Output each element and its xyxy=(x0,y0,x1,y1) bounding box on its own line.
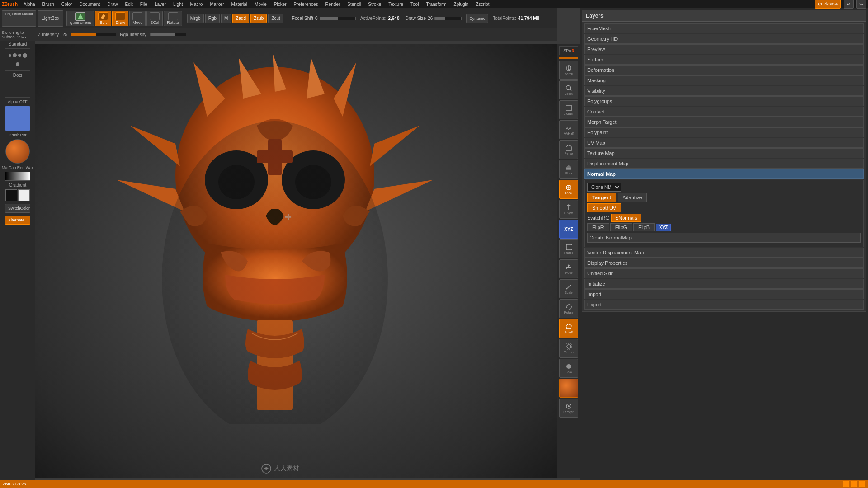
zoom-button[interactable]: Zoom xyxy=(559,80,578,99)
move-button[interactable]: Move xyxy=(129,11,146,26)
alpha-selector[interactable] xyxy=(5,80,30,98)
layer-displacement-map[interactable]: Displacement Map xyxy=(584,159,864,169)
foreground-color[interactable] xyxy=(5,189,17,201)
layers-header[interactable]: Layers xyxy=(582,10,866,22)
flipr-button[interactable]: FlipR xyxy=(587,223,609,231)
layer-texture-map[interactable]: Texture Map xyxy=(584,148,864,158)
solo-button[interactable]: Solo xyxy=(559,359,578,378)
scroll-button[interactable]: Scroll xyxy=(559,61,578,80)
scale-view-button[interactable]: Scale xyxy=(559,279,578,298)
layer-surface[interactable]: Surface xyxy=(584,55,864,65)
menu-document[interactable]: Document xyxy=(78,1,102,7)
draw-button[interactable]: Draw xyxy=(112,11,128,26)
menu-zplugin[interactable]: Zplugin xyxy=(453,1,470,7)
layer-normal-map[interactable]: Normal Map xyxy=(584,169,864,179)
layer-export[interactable]: Export xyxy=(584,300,864,310)
alternate-button[interactable]: Alternate xyxy=(5,216,30,225)
menu-macro[interactable]: Macro xyxy=(189,1,204,7)
layer-display-properties[interactable]: Display Properties xyxy=(584,258,864,268)
layer-contact[interactable]: Contact xyxy=(584,107,864,117)
menu-material[interactable]: Material xyxy=(230,1,249,7)
tangent-button[interactable]: Tangent xyxy=(587,193,616,202)
layer-geometry-hd[interactable]: Geometry HD xyxy=(584,34,864,44)
menu-color[interactable]: Color xyxy=(60,1,74,7)
bottom-btn-2[interactable] xyxy=(851,481,857,487)
layer-unified-skin[interactable]: Unified Skin xyxy=(584,268,864,278)
adaptive-button[interactable]: Adaptive xyxy=(618,193,647,202)
layer-import[interactable]: Import xyxy=(584,289,864,299)
menu-brush[interactable]: Brush xyxy=(41,1,56,7)
layer-morph-target[interactable]: Morph Target xyxy=(584,117,864,127)
snormals-button[interactable]: SNormals xyxy=(611,214,641,222)
zcut-button[interactable]: Zcut xyxy=(268,14,283,23)
m-button[interactable]: M xyxy=(221,14,231,23)
layer-masking[interactable]: Masking xyxy=(584,75,864,85)
clone-nm-dropdown[interactable]: Clone NM xyxy=(587,183,621,192)
layer-polygroups[interactable]: Polygroups xyxy=(584,96,864,106)
flipg-button[interactable]: FlipG xyxy=(610,223,632,231)
menu-layer[interactable]: Layer xyxy=(153,1,167,7)
layer-visibility[interactable]: Visibility xyxy=(584,86,864,96)
layer-uv-map[interactable]: UV Map xyxy=(584,138,864,148)
gradient-bar[interactable] xyxy=(5,172,30,181)
rotate-view-button[interactable]: Rotate xyxy=(559,299,578,318)
zadd-button[interactable]: Zadd xyxy=(232,14,249,23)
aahalf-button[interactable]: AA AAHalf xyxy=(559,120,578,139)
rgb-button[interactable]: Rgb xyxy=(205,14,220,23)
rpolyp-button[interactable]: RPolyP xyxy=(559,399,578,418)
layer-vector-displacement[interactable]: Vector Displacement Map xyxy=(584,248,864,258)
persp-button[interactable]: Persp xyxy=(559,140,578,159)
layer-preview[interactable]: Preview xyxy=(584,44,864,54)
move-view-button[interactable]: Move xyxy=(559,259,578,278)
undo-button[interactable]: ↩ xyxy=(844,0,854,9)
brush-dots-selector[interactable] xyxy=(5,48,30,71)
menu-stencil[interactable]: Stencil xyxy=(346,1,362,7)
color-picker-swatch[interactable] xyxy=(5,106,30,131)
layer-initialize[interactable]: Initialize xyxy=(584,279,864,289)
scale-button[interactable]: SCal xyxy=(146,11,163,26)
z-intensity-slider[interactable] xyxy=(71,33,116,36)
background-color[interactable] xyxy=(18,189,30,201)
projection-master-button[interactable]: Projection Master xyxy=(2,10,36,27)
lsym-button[interactable]: L.Sym xyxy=(559,200,578,219)
material-swatch[interactable] xyxy=(559,379,578,398)
mrgb-button[interactable]: Mrgb xyxy=(187,14,204,23)
switch-color-button[interactable]: SwitchColor xyxy=(5,204,30,213)
rotate-button[interactable]: Rotate xyxy=(164,11,182,26)
menu-render[interactable]: Render xyxy=(324,1,342,7)
menu-marker[interactable]: Marker xyxy=(208,1,225,7)
menu-file[interactable]: File xyxy=(139,1,149,7)
canvas-viewport[interactable]: ✛ xyxy=(35,44,557,478)
menu-movie[interactable]: Movie xyxy=(253,1,268,7)
bottom-btn-1[interactable] xyxy=(843,481,849,487)
frame-button[interactable]: Frame xyxy=(559,239,578,258)
layer-fibermesh[interactable]: FiberMesh xyxy=(584,23,864,33)
xyz-normal-button[interactable]: XYZ xyxy=(656,224,671,231)
menu-stroke[interactable]: Stroke xyxy=(367,1,382,7)
focal-shift-slider[interactable] xyxy=(320,17,356,20)
smoothuv-button[interactable]: SmoothUV xyxy=(587,203,621,212)
menu-preferences[interactable]: Preferences xyxy=(292,1,320,7)
menu-draw[interactable]: Draw xyxy=(106,1,119,7)
xyz-view-button[interactable]: XYZ xyxy=(559,220,578,239)
menu-tool[interactable]: Tool xyxy=(409,1,420,7)
flipb-button[interactable]: FlipB xyxy=(633,223,655,231)
actual-button[interactable]: Actual xyxy=(559,100,578,119)
zsub-button[interactable]: Zsub xyxy=(250,14,267,23)
lightbox-button[interactable]: LightBox xyxy=(38,10,63,27)
menu-zscript[interactable]: Zscript xyxy=(474,1,491,7)
layer-deformation[interactable]: Deformation xyxy=(584,65,864,75)
local-button[interactable]: Local xyxy=(559,180,578,199)
matcap-selector[interactable] xyxy=(5,139,30,164)
create-normalmap-button[interactable]: Create NormalMap xyxy=(587,233,861,243)
menu-picker[interactable]: Picker xyxy=(273,1,288,7)
polyp-button[interactable]: PolyP xyxy=(559,319,578,338)
draw-size-slider[interactable] xyxy=(434,17,462,20)
floor-button[interactable]: Floor xyxy=(559,160,578,179)
redo-button[interactable]: ↪ xyxy=(856,0,866,9)
menu-transform[interactable]: Transform xyxy=(425,1,448,7)
rgb-intensity-slider[interactable] xyxy=(150,33,186,36)
menu-alpha[interactable]: Alpha xyxy=(22,1,37,7)
quick-sketch-button[interactable]: Quick Sketch xyxy=(66,11,94,26)
menu-texture[interactable]: Texture xyxy=(387,1,405,7)
